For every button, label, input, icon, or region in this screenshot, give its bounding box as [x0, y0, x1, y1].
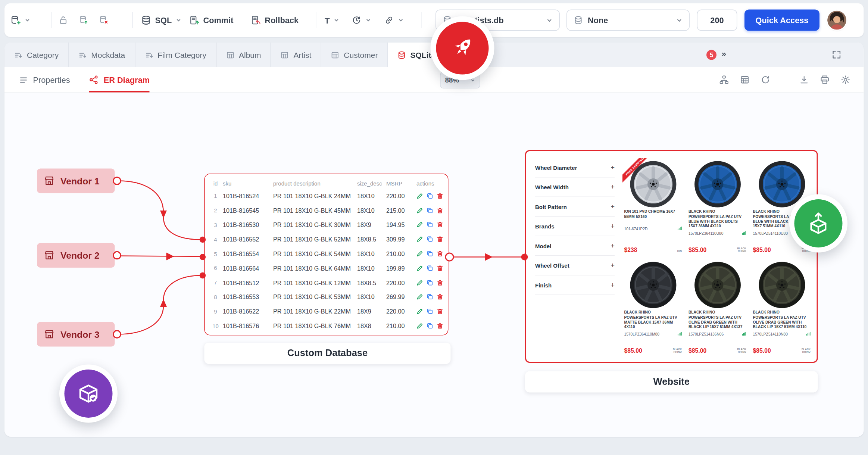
copy-icon[interactable] — [427, 221, 433, 228]
cell-sku: 101B-816522 — [223, 308, 273, 315]
sitemap-icon[interactable] — [719, 75, 729, 85]
copy-icon[interactable] — [427, 207, 433, 214]
settings-gear-icon[interactable] — [841, 75, 850, 85]
er-diagram-label: ER Diagram — [104, 75, 150, 84]
history-icon — [352, 15, 362, 25]
row-limit-input[interactable]: 200 — [697, 10, 737, 31]
plus-icon: + — [611, 163, 615, 171]
storefront-icon — [44, 175, 55, 187]
filter-list-icon — [78, 51, 87, 59]
schema-select[interactable]: None — [566, 10, 690, 31]
commit-label: Commit — [203, 16, 234, 25]
vendor-node-1[interactable]: Vendor 1 — [37, 169, 115, 193]
cell-sku: 101B-816554 — [223, 250, 273, 257]
copy-icon[interactable] — [427, 308, 433, 315]
copy-icon[interactable] — [427, 236, 433, 243]
commit-button[interactable]: Commit — [189, 3, 233, 37]
print-icon[interactable] — [820, 75, 830, 85]
edit-icon[interactable] — [416, 250, 423, 257]
transaction-lock-icon[interactable] — [58, 15, 68, 25]
hidden-tabs-badge[interactable]: 5 — [706, 50, 716, 60]
edit-icon[interactable] — [416, 279, 423, 286]
copy-icon[interactable] — [427, 265, 433, 271]
tab-album[interactable]: Album — [216, 43, 271, 67]
cell-sku: 101B-816553 — [223, 294, 273, 300]
rollback-button[interactable]: Rollback — [251, 3, 299, 37]
filter-list-icon — [145, 51, 153, 59]
quick-access-button[interactable]: Quick Access — [744, 10, 819, 31]
edit-icon[interactable] — [416, 236, 423, 243]
vendor-node-2[interactable]: Vendor 2 — [37, 243, 115, 268]
delete-icon[interactable] — [437, 250, 443, 257]
more-tabs-chevrons[interactable]: » — [722, 49, 727, 59]
cell-msrp: 309.99 — [386, 236, 414, 243]
package-check-button[interactable] — [59, 365, 118, 423]
vendor-label: Vendor 2 — [60, 250, 100, 261]
new-connection-button[interactable] — [10, 3, 30, 37]
copy-icon[interactable] — [427, 193, 433, 199]
delete-icon[interactable] — [437, 265, 443, 271]
vendor-node-3[interactable]: Vendor 3 — [37, 322, 115, 347]
tab-customer[interactable]: Customer — [321, 43, 388, 67]
cell-msrp: 215.00 — [386, 207, 414, 214]
product-card: FREE SHIPPING ION 101 PVD CHROME 16X7 55… — [622, 158, 684, 255]
tab-er-diagram[interactable]: ER Diagram — [89, 67, 150, 93]
website-preview-node[interactable]: Wheel Diameter + Wheel Width + Bolt Patt… — [525, 150, 818, 363]
edit-icon[interactable] — [416, 207, 423, 214]
edit-icon[interactable] — [416, 322, 423, 329]
copy-icon[interactable] — [427, 250, 433, 257]
delete-icon[interactable] — [437, 294, 443, 300]
delete-icon[interactable] — [437, 207, 443, 214]
edit-icon[interactable] — [416, 193, 423, 199]
product-sku: 1570LPZ364110U80 — [689, 231, 723, 235]
delete-icon[interactable] — [437, 193, 443, 199]
product-price: $238 — [624, 246, 637, 253]
sql-menu-button[interactable]: SQL — [141, 3, 181, 37]
tab-artist[interactable]: Artist — [271, 43, 322, 67]
brand-logo: BLACK RHINO — [794, 348, 811, 354]
export-cube-button[interactable] — [789, 194, 847, 253]
table-body: 1 101B-816524 PR 101 18X10 G-BLK 24MM 18… — [208, 189, 444, 333]
deploy-rocket-button[interactable] — [431, 16, 494, 80]
rollback-on-close-icon[interactable] — [99, 15, 109, 25]
history-button[interactable] — [352, 3, 371, 37]
copy-icon[interactable] — [427, 279, 433, 286]
refresh-icon[interactable] — [761, 75, 771, 85]
edit-icon[interactable] — [416, 221, 423, 228]
copy-icon[interactable] — [427, 322, 433, 329]
delete-icon[interactable] — [437, 322, 443, 329]
tab-film-category[interactable]: Film Category — [135, 43, 216, 67]
tab-mockdata[interactable]: Mockdata — [69, 43, 135, 67]
filter-label: Brands — [535, 223, 555, 230]
cell-id: 5 — [208, 250, 223, 257]
cell-msrp: 210.00 — [386, 322, 414, 329]
tab-category[interactable]: Category — [4, 43, 69, 67]
commit-on-close-icon[interactable] — [78, 15, 88, 25]
cell-description: PR 101 18X10 G-BLK 76MM — [273, 322, 357, 329]
custom-database-caption: Custom Database — [204, 343, 451, 364]
user-avatar[interactable] — [827, 11, 846, 30]
edit-icon[interactable] — [416, 308, 423, 315]
delete-icon[interactable] — [437, 221, 443, 228]
fullscreen-icon[interactable] — [832, 50, 842, 60]
plus-icon: + — [611, 242, 615, 250]
delete-icon[interactable] — [437, 236, 443, 243]
delete-icon[interactable] — [437, 308, 443, 315]
edit-icon[interactable] — [416, 294, 423, 300]
delete-icon[interactable] — [437, 279, 443, 286]
cell-msrp: 269.99 — [386, 294, 414, 300]
toolbar-divider — [316, 12, 316, 28]
text-format-button[interactable]: T — [325, 3, 339, 37]
download-icon[interactable] — [799, 75, 809, 85]
vendor-label: Vendor 1 — [60, 175, 100, 186]
cell-sku: 101B-816576 — [223, 322, 273, 329]
cell-msrp: 220.00 — [386, 279, 414, 286]
edit-icon[interactable] — [416, 265, 423, 271]
tab-properties[interactable]: Properties — [19, 67, 70, 93]
copy-icon[interactable] — [427, 294, 433, 300]
grid-view-icon[interactable] — [740, 75, 750, 85]
link-button[interactable] — [384, 3, 404, 37]
cell-sku: 101B-816564 — [223, 265, 273, 271]
product-table-node[interactable]: id sku product description size_desc MSR… — [204, 174, 449, 336]
brand-logo: BLACK RHINO — [730, 348, 746, 354]
